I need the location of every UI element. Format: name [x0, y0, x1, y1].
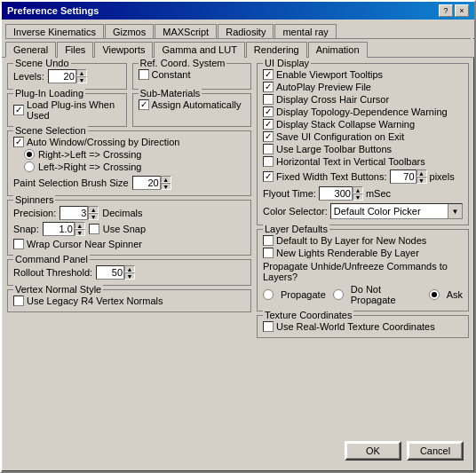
- tab-maxscript[interactable]: MAXScript: [155, 24, 217, 39]
- tab-animation[interactable]: Animation: [308, 42, 368, 58]
- precision-up[interactable]: ▲: [88, 206, 99, 213]
- paint-down[interactable]: ▼: [161, 183, 171, 190]
- fixed-width-down[interactable]: ▼: [416, 177, 427, 184]
- tab-radiosity[interactable]: Radiosity: [218, 24, 274, 39]
- flyout-down[interactable]: ▼: [353, 193, 363, 201]
- tab-viewports[interactable]: Viewports: [94, 42, 153, 58]
- precision-down[interactable]: ▼: [88, 213, 99, 220]
- precision-arrows: ▲ ▼: [88, 206, 99, 220]
- ui-checkbox-7[interactable]: [263, 156, 274, 167]
- snap-up[interactable]: ▲: [75, 222, 85, 229]
- real-world-label: Use Real-World Texture Coordinates: [276, 321, 435, 332]
- bottom-buttons: OK Cancel: [7, 438, 469, 466]
- title-bar: Preference Settings ? ×: [2, 2, 474, 20]
- color-selector-dropdown[interactable]: Default Color Picker ▼: [330, 203, 463, 219]
- ui-checkbox-2[interactable]: [263, 94, 274, 105]
- close-button[interactable]: ×: [455, 4, 469, 17]
- assign-checkbox[interactable]: [139, 99, 149, 110]
- ok-button[interactable]: OK: [345, 441, 401, 461]
- flyout-label: Flyout Time:: [263, 188, 316, 199]
- title-bar-buttons: ? ×: [439, 4, 469, 17]
- default-layer-checkbox[interactable]: [263, 235, 274, 246]
- rollout-input[interactable]: [96, 265, 124, 280]
- tab-files[interactable]: Files: [57, 42, 93, 58]
- default-layer-row: Default to By Layer for New Nodes: [263, 235, 463, 246]
- wrap-cursor-row: Wrap Cursor Near Spinner: [13, 239, 245, 249]
- color-selector-btn[interactable]: ▼: [448, 204, 462, 218]
- flyout-row: Flyout Time: ▲ ▼ mSec: [263, 186, 463, 201]
- flyout-up[interactable]: ▲: [353, 186, 363, 193]
- vertex-normal-group: Vertex Normal Style Use Legacy R4 Vertex…: [7, 289, 251, 312]
- ui-checkbox-0[interactable]: [263, 69, 274, 80]
- tab-inverse-kinematics[interactable]: Inverse Kinematics: [5, 24, 104, 39]
- tab-general[interactable]: General: [5, 42, 56, 58]
- tab-gamma-lut[interactable]: Gamma and LUT: [154, 42, 244, 58]
- ui-item-3: Display Topology-Dependence Warning: [263, 106, 463, 117]
- auto-window-checkbox[interactable]: [13, 137, 24, 147]
- load-plugin-checkbox[interactable]: [13, 105, 24, 115]
- cancel-button[interactable]: Cancel: [407, 441, 464, 461]
- rollout-spinbox: ▲ ▼: [96, 265, 135, 280]
- window-title: Preference Settings: [7, 5, 99, 16]
- row1: Scene Undo Levels: ▲ ▼: [7, 63, 251, 90]
- tabs-row1: Inverse Kinematics Gizmos MAXScript Radi…: [2, 20, 474, 38]
- load-plugin-label: Load Plug-ins When Used: [27, 99, 121, 121]
- left-column: Scene Undo Levels: ▲ ▼: [7, 63, 251, 434]
- ui-checkbox-6[interactable]: [263, 144, 274, 154]
- fixed-width-input[interactable]: [390, 169, 416, 184]
- ui-label-4: Display Stack Collapse Warning: [276, 119, 415, 130]
- rollout-up[interactable]: ▲: [124, 265, 135, 272]
- legacy-checkbox[interactable]: [13, 296, 24, 306]
- right-left-radio[interactable]: [24, 149, 35, 160]
- paint-input[interactable]: [132, 176, 161, 190]
- ui-display-title: UI Display: [263, 58, 311, 68]
- right-column: UI Display Enable Viewport Tooltips Auto…: [257, 63, 469, 434]
- tab-mental-ray[interactable]: mental ray: [274, 24, 336, 39]
- ui-item-7: Horizontal Text in Vertical Toolbars: [263, 156, 463, 167]
- real-world-checkbox[interactable]: [263, 321, 274, 332]
- layer-defaults-title: Layer Defaults: [263, 224, 329, 234]
- tab-gizmos[interactable]: Gizmos: [105, 24, 154, 39]
- legacy-label: Use Legacy R4 Vertex Normals: [27, 296, 163, 306]
- left-right-radio[interactable]: [24, 162, 35, 172]
- ui-checkbox-4[interactable]: [263, 119, 274, 130]
- snap-input[interactable]: [43, 222, 75, 236]
- scene-undo-title: Scene Undo: [13, 58, 71, 68]
- ui-item-0: Enable Viewport Tooltips: [263, 69, 463, 80]
- precision-input[interactable]: [60, 206, 88, 220]
- constant-checkbox[interactable]: [139, 69, 149, 80]
- sub-materials-title: Sub-Materials: [139, 88, 202, 99]
- levels-down[interactable]: ▼: [76, 76, 87, 83]
- main-area: Scene Undo Levels: ▲ ▼: [7, 63, 469, 434]
- propagate-radio[interactable]: [263, 289, 274, 300]
- paint-up[interactable]: ▲: [161, 176, 171, 183]
- auto-window-label: Auto Window/Crossing by Direction: [27, 137, 179, 147]
- precision-spinbox: ▲ ▼: [60, 206, 99, 220]
- tab-rendering[interactable]: Rendering: [246, 42, 307, 58]
- help-button[interactable]: ?: [439, 4, 453, 17]
- constant-label: Constant: [152, 69, 191, 80]
- ask-radio[interactable]: [429, 289, 440, 300]
- levels-input[interactable]: [48, 69, 76, 83]
- precision-label: Precision:: [13, 208, 56, 218]
- fixed-width-checkbox[interactable]: [263, 171, 274, 182]
- ui-checkbox-1[interactable]: [263, 82, 274, 92]
- ui-checkbox-3[interactable]: [263, 106, 274, 117]
- assign-row: Assign Automatically: [139, 99, 246, 110]
- ui-label-6: Use Large Toolbar Buttons: [276, 144, 392, 154]
- flyout-input[interactable]: [319, 186, 353, 201]
- use-snap-checkbox[interactable]: [89, 224, 99, 234]
- do-not-radio[interactable]: [333, 289, 344, 300]
- levels-up[interactable]: ▲: [76, 69, 87, 76]
- ui-item-1: AutoPlay Preview File: [263, 82, 463, 92]
- rollout-down[interactable]: ▼: [124, 272, 135, 280]
- fixed-width-label: Fixed Width Text Buttons:: [276, 171, 387, 182]
- new-lights-checkbox[interactable]: [263, 248, 274, 258]
- vertex-normal-title: Vertex Normal Style: [13, 284, 103, 295]
- snap-down[interactable]: ▼: [75, 229, 85, 236]
- wrap-cursor-checkbox[interactable]: [13, 239, 24, 249]
- auto-window-row: Auto Window/Crossing by Direction: [13, 137, 245, 147]
- fixed-width-up[interactable]: ▲: [416, 169, 427, 177]
- scene-selection-group: Scene Selection Auto Window/Crossing by …: [7, 130, 251, 196]
- ui-checkbox-5[interactable]: [263, 131, 274, 142]
